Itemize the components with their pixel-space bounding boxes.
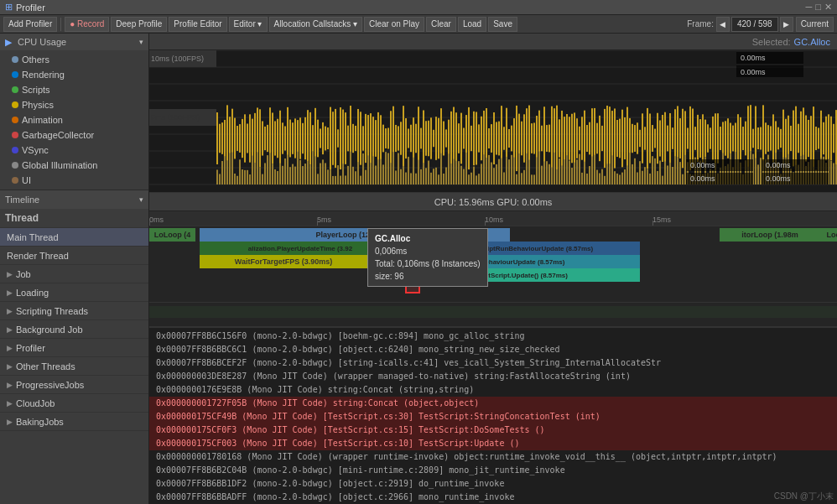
cpu-collapse-arrow: ▾: [139, 38, 143, 46]
sidebar-item-garbagecollector[interactable]: GarbageCollector: [0, 127, 148, 143]
render-block[interactable]: [149, 306, 837, 318]
main-row-3: WaitForTargetFPS (3.90ms) BehaviourUpdat…: [149, 255, 837, 267]
add-profiler-button[interactable]: Add Profiler: [3, 17, 57, 32]
record-button[interactable]: ● Record: [65, 17, 109, 32]
gc-dot: [12, 132, 18, 138]
sidebar-item-scripts[interactable]: Scripts: [0, 82, 148, 97]
callstack-row-11[interactable]: 0x00007FF8B6BB1DF2 (mono-2.0-bdwgc) [obj…: [149, 477, 837, 491]
callstack-row-10[interactable]: 0x00007FF8B6B2C04B (mono-2.0-bdwgc) [min…: [149, 464, 837, 477]
collapse-arrow-other_threads: ▶: [7, 362, 13, 371]
render-thread-label: Render Thread: [7, 251, 69, 261]
profiler-icon: ⊞: [5, 2, 13, 13]
allocation-callstacks-button[interactable]: Allocation Callstacks ▾: [269, 17, 362, 32]
ruler-15ms: 15ms: [652, 216, 671, 224]
callstack-row-8[interactable]: 0x000000175CF003 (Mono JIT Code) [TestSc…: [149, 437, 837, 450]
editor-button[interactable]: Editor ▾: [229, 17, 268, 32]
collapse-arrow-scripting_threads: ▶: [7, 307, 13, 315]
close-icon[interactable]: ✕: [824, 2, 832, 13]
cpu-stats-bar: CPU: 15.96ms GPU: 0.00ms: [149, 193, 837, 211]
sidebar-item-others[interactable]: Others: [0, 52, 148, 67]
watermark: CSDN @丁小末: [774, 491, 834, 502]
title-bar: ⊞ Profiler ─ □ ✕: [0, 0, 837, 15]
timeline-header[interactable]: Timeline ▾: [0, 190, 148, 209]
main-row-2: alization.PlayerUpdateTime (3.92 Update.…: [149, 242, 837, 253]
sidebar-item-physics[interactable]: Physics: [0, 97, 148, 112]
toolbar-right: Frame: ◀ 420 / 598 ▶ Current: [687, 17, 834, 32]
sidebar-item-scripting_threads[interactable]: ▶Scripting Threads: [0, 302, 148, 320]
cpu-stats-text: CPU: 15.96ms GPU: 0.00ms: [434, 197, 553, 207]
main-row-1: LoLoop (4 PlayerLoop (12.84ms) itorLoop …: [149, 228, 837, 240]
block-loop2[interactable]: Loop (0.: [820, 228, 837, 242]
main-layout: ▶ CPU Usage ▾ Others Rendering Scripts: [0, 34, 837, 504]
ruler-5ms: 5ms: [317, 216, 331, 224]
sidebar-item-job[interactable]: ▶Job: [0, 265, 148, 283]
collapse-arrow-loading: ▶: [7, 288, 13, 297]
callstack-row-2[interactable]: 0x00007FF8B6BCEF2F (mono-2.0-bdwgc) [str…: [149, 356, 837, 370]
deep-profile-button[interactable]: Deep Profile: [111, 17, 167, 32]
sidebar-item-gi[interactable]: Global Illumination: [0, 158, 148, 173]
cpu-usage-header[interactable]: ▶ CPU Usage ▾: [0, 34, 148, 50]
ruler-10ms: 10ms: [485, 216, 503, 224]
main-thread-content: LoLoop (4 PlayerLoop (12.84ms) itorLoop …: [149, 226, 837, 302]
others-dot: [12, 56, 18, 63]
prev-frame-button[interactable]: ◀: [716, 17, 730, 32]
sidebar-item-baking_jobs[interactable]: ▶BakingJobs: [0, 413, 148, 431]
current-button[interactable]: Current: [796, 17, 834, 32]
sidebar-item-cloud_job[interactable]: ▶CloudJob: [0, 394, 148, 413]
minimize-icon[interactable]: ─: [806, 2, 813, 13]
callstack-area: 0x00007FF8B6C156F0 (mono-2.0-bdwgc) [boe…: [149, 327, 837, 504]
callstack-row-7[interactable]: 0x000000175CF0F3 (Mono JIT Code) [TestSc…: [149, 423, 837, 437]
toolbar-separator-1: [60, 18, 61, 31]
collapse-arrow-cloud_job: ▶: [7, 399, 13, 408]
frame-nav: ◀ 420 / 598 ▶: [716, 17, 793, 32]
gi-dot: [12, 162, 18, 169]
callstack-row-3[interactable]: 0x000000003DE8E287 (Mono JIT Code) (wrap…: [149, 370, 837, 383]
clear-button[interactable]: Clear: [426, 17, 456, 32]
main-thread-label: Main Thread: [7, 232, 59, 242]
ruler-line-10: [485, 221, 486, 226]
cpu-usage-section: ▶ CPU Usage ▾ Others Rendering Scripts: [0, 34, 148, 190]
animation-dot: [12, 117, 18, 123]
callstack-row-5[interactable]: 0x000000001727F05B (Mono JIT Code) strin…: [149, 397, 837, 410]
collapse-arrow-background_job: ▶: [7, 325, 13, 334]
sidebar-item-vsync[interactable]: VSync: [0, 143, 148, 158]
timeline-ruler: 0ms 5ms 10ms 15ms: [149, 211, 837, 226]
callstack-row-9[interactable]: 0x000000001780168 (Mono JIT Code) (wrapp…: [149, 450, 837, 464]
callstack-row-12[interactable]: 0x00007FF8B6BBADFF (mono-2.0-bdwgc) [obj…: [149, 491, 837, 504]
thread-content: LoLoop (4 PlayerLoop (12.84ms) itorLoop …: [149, 226, 837, 504]
maximize-icon[interactable]: □: [815, 2, 821, 13]
frame-label: Frame:: [687, 19, 714, 29]
clear-on-play-button[interactable]: Clear on Play: [364, 17, 424, 32]
sidebar-item-render-thread[interactable]: Render Thread: [0, 247, 148, 265]
sidebar-item-main-thread[interactable]: Main Thread: [0, 228, 148, 247]
frame-value: 420 / 598: [731, 17, 778, 32]
sidebar-item-loading[interactable]: ▶Loading: [0, 283, 148, 302]
callstack-row-0[interactable]: 0x00007FF8B6C156F0 (mono-2.0-bdwgc) [boe…: [149, 330, 837, 343]
sidebar-item-progressive_jobs[interactable]: ▶ProgressiveJobs: [0, 376, 148, 394]
timeline-label: Timeline: [5, 195, 39, 205]
load-button[interactable]: Load: [458, 17, 486, 32]
collapse-arrow-baking_jobs: ▶: [7, 418, 13, 426]
callstack-row-6[interactable]: 0x000000175CF49B (Mono JIT Code) [TestSc…: [149, 410, 837, 423]
callstack-row-1[interactable]: 0x00007FF8B6BBC6C1 (mono-2.0-bdwgc) [obj…: [149, 343, 837, 356]
gc-callout-total: Total: 0,106ms (8 Instances): [375, 257, 481, 270]
sidebar-item-ui[interactable]: UI: [0, 173, 148, 188]
next-frame-button[interactable]: ▶: [780, 17, 793, 32]
block-waitfortargetfps[interactable]: WaitForTargetFPS (3.90ms): [200, 255, 367, 268]
thread-section-label: Thread: [0, 209, 148, 228]
right-panel: Selected: GC.Alloc CPU: 15.96ms GPU: 0.0…: [149, 34, 837, 504]
save-button[interactable]: Save: [488, 17, 517, 32]
callstack-row-4[interactable]: 0x0000000176E9E8B (Mono JIT Code) string…: [149, 383, 837, 397]
block-editorloop[interactable]: itorLoop (1.98m: [720, 228, 820, 242]
rendering-dot: [12, 71, 18, 78]
sidebar-item-animation[interactable]: Animation: [0, 112, 148, 127]
sidebar-item-background_job[interactable]: ▶Background Job: [0, 320, 148, 339]
sidebar-item-rendering[interactable]: Rendering: [0, 67, 148, 82]
ui-dot: [12, 177, 18, 184]
cpu-icon: ▶: [5, 37, 12, 47]
profile-editor-button[interactable]: Profile Editor: [169, 17, 226, 32]
ruler-line-15: [652, 221, 653, 226]
sidebar-item-profiler[interactable]: ▶Profiler: [0, 339, 148, 357]
sidebar-item-other_threads[interactable]: ▶Other Threads: [0, 357, 148, 376]
block-loloop[interactable]: LoLoop (4: [149, 228, 195, 242]
